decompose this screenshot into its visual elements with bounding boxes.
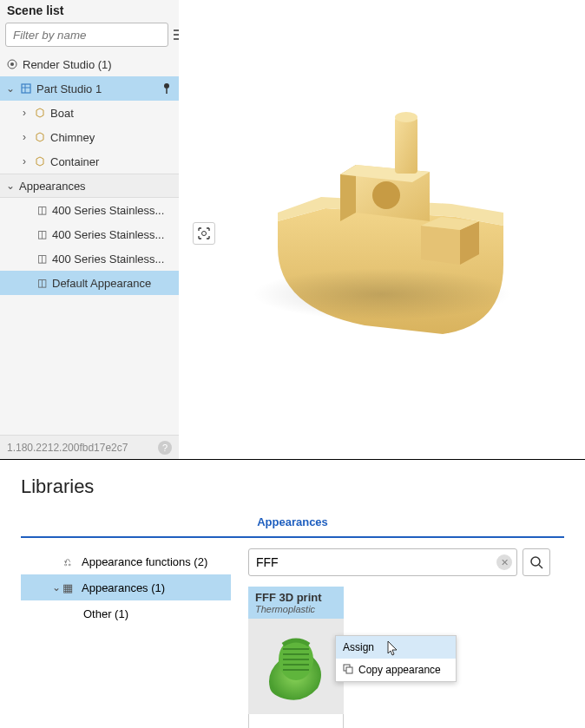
pin-icon[interactable] [160, 82, 174, 95]
libraries-tree: ⎌ Appearance functions (2) ⌄ ▦ Appearanc… [21, 548, 231, 728]
tabbar: Appearances [21, 510, 564, 538]
material-icon: ◫ [35, 203, 49, 217]
material-icon: ◫ [35, 252, 49, 266]
material-icon: ◫ [35, 227, 49, 241]
help-icon[interactable]: ? [158, 441, 172, 455]
appearance-card[interactable]: FFF 3D print Thermoplastic [248, 587, 344, 728]
lib-label: Appearance functions (2) [82, 555, 207, 568]
chevron-down-icon[interactable]: ⌄ [5, 180, 16, 192]
svg-rect-8 [395, 117, 417, 174]
focus-tool-button[interactable] [193, 222, 215, 245]
lib-label: Other (1) [83, 607, 128, 620]
tree-label: Default Appearance [52, 277, 174, 290]
appearance-item[interactable]: ◫ 400 Series Stainless... [0, 198, 179, 222]
appearance-item-default[interactable]: ◫ Default Appearance [0, 271, 179, 295]
card-subtitle: Thermoplastic [255, 604, 337, 614]
cursor-icon [387, 640, 399, 659]
menu-label: Assign [343, 641, 374, 653]
tree-label: 400 Series Stainless... [52, 204, 174, 217]
svg-point-7 [372, 181, 400, 209]
tree-label: Render Studio (1) [23, 58, 174, 71]
appearances-section[interactable]: ⌄ Appearances [0, 174, 179, 198]
tree-label: 400 Series Stainless... [52, 228, 174, 241]
render-icon [5, 57, 19, 71]
appearance-item[interactable]: ◫ 400 Series Stainless... [0, 222, 179, 246]
menu-copy-appearance[interactable]: Copy appearance [336, 659, 456, 681]
svg-point-6 [164, 83, 169, 89]
card-title: FFF 3D print [255, 591, 337, 604]
tree-item-part-studio[interactable]: ⌄ Part Studio 1 [0, 76, 179, 101]
lib-item-appearances[interactable]: ⌄ ▦ Appearances (1) [21, 574, 231, 600]
version-row: 1.180.2212.200fbd17e2c7 ? [0, 435, 179, 459]
scene-list-title: Scene list [0, 0, 179, 23]
svg-point-9 [395, 112, 417, 122]
function-icon: ⎌ [61, 554, 75, 568]
shadow [252, 268, 512, 320]
solid-icon [33, 154, 47, 168]
tree-label: Container [50, 155, 174, 168]
tree-item-container[interactable]: › Container [0, 149, 179, 174]
viewport-3d[interactable] [179, 0, 585, 459]
svg-point-2 [174, 38, 175, 40]
filter-input[interactable] [5, 23, 168, 47]
chevron-right-icon[interactable]: › [19, 131, 30, 143]
version-text: 1.180.2212.200fbd17e2c7 [7, 442, 128, 454]
lib-item-other[interactable]: Other (1) [21, 600, 231, 626]
tree-label: Chimney [50, 131, 174, 144]
tree-item-chimney[interactable]: › Chimney [0, 125, 179, 149]
search-button[interactable] [523, 548, 550, 576]
scene-list-panel: Scene list Render Studio (1) ⌄ Part Stud… [0, 0, 179, 459]
tree-label: 400 Series Stainless... [52, 253, 174, 266]
menu-label: Copy appearance [358, 664, 441, 676]
copy-icon [343, 664, 353, 677]
clear-search-icon[interactable]: ✕ [496, 554, 512, 570]
material-icon: ◫ [35, 276, 49, 290]
lib-label: Appearances (1) [82, 581, 165, 594]
lib-item-functions[interactable]: ⎌ Appearance functions (2) [21, 548, 231, 574]
chevron-right-icon[interactable]: › [19, 107, 30, 119]
part-icon [19, 82, 33, 95]
solid-icon [33, 130, 47, 144]
svg-rect-5 [22, 84, 30, 93]
svg-point-4 [10, 62, 14, 66]
solid-icon [33, 106, 47, 120]
svg-point-10 [202, 232, 207, 236]
svg-point-11 [531, 557, 540, 566]
chevron-down-icon[interactable]: ⌄ [5, 82, 16, 95]
svg-point-1 [174, 34, 175, 36]
tree-item-render-studio[interactable]: Render Studio (1) [0, 52, 179, 76]
appearance-item[interactable]: ◫ 400 Series Stainless... [0, 246, 179, 271]
tab-appearances[interactable]: Appearances [21, 510, 564, 536]
libraries-title: Libraries [21, 475, 564, 498]
section-label: Appearances [19, 180, 174, 193]
card-thumbnail [248, 619, 344, 714]
tree-item-boat[interactable]: › Boat [0, 101, 179, 125]
library-search-input[interactable] [248, 548, 517, 576]
swatch-icon: ▦ [61, 580, 75, 594]
chevron-right-icon[interactable]: › [19, 155, 30, 167]
svg-point-0 [174, 30, 175, 31]
tree-label: Boat [50, 107, 174, 120]
svg-rect-14 [346, 667, 352, 673]
chevron-down-icon[interactable]: ⌄ [52, 581, 61, 594]
boat-render [234, 82, 529, 377]
card-footer [248, 714, 344, 728]
tree-label: Part Studio 1 [36, 82, 156, 95]
